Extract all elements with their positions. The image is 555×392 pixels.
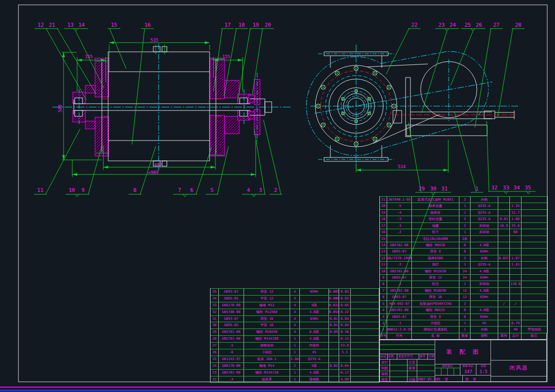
balloon-7: 7 [173,187,186,193]
bom-cell [351,316,379,322]
bom-cell [498,197,510,203]
dim-height: 580 [58,105,63,112]
bom-cell: 链条 20A-1 [244,356,290,362]
bom-cell: 4 [290,302,300,309]
bom-cell [351,296,379,302]
bom-cell [522,294,547,300]
bom-cell: 4.8级 [300,370,329,376]
bom-cell: 端盖 [412,223,459,229]
bom-header-total-weight: 总计量 [510,333,522,339]
dim-length-top: 535 [150,38,158,43]
tb-info-weight-label: 重量(Kg) [460,364,476,368]
bom-cell [522,216,547,222]
bom-row: 22.4链条罩1薄钢板4.89 [211,376,379,383]
bom-cell: 40 [510,327,522,332]
bom-cell: 0.22 [339,309,351,315]
bom-header-material: 材料 [471,333,498,339]
bom-row: 6GB93-87弹垫 101265Mn [380,294,547,300]
bom-cell: 平垫 12 [244,296,290,302]
bom-cell: 8 [459,307,471,313]
bom-cell [351,329,379,335]
bom-cell: 4 [290,289,300,295]
bom-cell [522,281,547,287]
bom-cell [329,343,339,349]
bom-cell: 110.8 [510,281,522,287]
bom-cell: 22 [211,376,219,383]
bom-cell: 1.41 [510,262,522,267]
bom-row: 27.5调整底座1焊接件53.8 [211,342,379,349]
bom-header-name: 名 称 [412,333,459,339]
bom-cell [300,322,329,329]
bom-cell [522,236,547,242]
bom-cell: GB93-87 [219,316,244,322]
bom-cell [522,229,547,235]
balloon-2: 2 [269,187,282,193]
bom-cell: BWD12-3.0-55 [387,327,412,332]
bom-cell [498,210,510,216]
bom-cell [329,376,339,383]
bom-cell: GB5781-00 [387,288,412,294]
bom-cell [351,322,379,329]
bom-cell: -2 [387,262,412,267]
bom-cell: 弹垫 12 [412,275,459,281]
bom-cell: Q235-A [471,262,498,267]
tb-product-name: 闭风器 [490,364,547,372]
bom-cell: 直通式压注油杯 M10X1 [412,197,459,203]
bom-cell [510,236,522,242]
bom-cell: GB95-85 [219,322,244,329]
bom-cell: 螺栓 M14X130 [244,370,290,376]
dim-offset-right: 155 [222,54,230,59]
bom-row: 9GB93-87弹垫 122465Mn [380,274,547,281]
tb-rev-date: 日期 [428,354,434,359]
bom-cell: 0.04 [339,316,351,322]
bom-cell: 焊接件 [300,343,329,349]
balloon-27: 27 [490,22,503,28]
bom-cell: .3 [387,223,412,229]
bom-cell: -5 [387,203,412,209]
bom-cell: 28 [211,336,219,342]
bom-cell [522,203,547,209]
bom-cell [522,242,547,248]
bom-cell [510,288,522,294]
bom-cell: 0.02 [339,289,351,295]
bom-cell: GB5781-00 [387,242,412,248]
bom-cell [522,320,547,326]
bom-row: 2-1大链轮1456.79 [380,320,547,326]
bom-row: 5HG4-692-67骨架油封PD50X72X82∕∕ [380,300,547,307]
bom-cell [351,289,379,295]
bom-cell: 32 [211,309,219,315]
bom-cell: 12.7 [510,210,522,216]
bom-cell: -6 [219,349,244,356]
bom-cell: 11 [380,262,387,267]
bom-cell: GB6170-00 [219,302,244,309]
bom-cell: 1 [380,327,387,332]
bom-cell: 螺栓 M8X25 [412,307,459,313]
bom-cell: 1.67 [510,255,522,261]
bom-cell: 12 [380,255,387,261]
bom-cell: 4.8级 [300,336,329,342]
bom-cell [510,268,522,274]
bom-cell: 1.35 [510,203,522,209]
bom-cell [498,281,510,287]
bom-cell: 1 [290,343,300,349]
bom-cell: 7 [380,288,387,294]
bom-cell: 23 [211,370,219,376]
bom-cell: 6.79 [510,320,522,326]
bom-cell: .2 [387,229,412,235]
bom-cell [329,370,339,376]
balloon-28: 28 [512,22,524,28]
bom-cell: 65Mn [471,275,498,281]
bom-cell: 5级 [300,363,329,369]
tb-info-mark-label: 图样标记 [435,364,460,368]
bom-row: 21JB7940.1-95直通式压注油杯 M10X12外购 [380,196,547,203]
tb-rev-sign: 签字 [420,354,425,359]
bom-cell: 轴承座 [412,210,459,216]
bom-cell: 2 [459,197,471,203]
bom-cell: 螺栓 M12X60 [244,309,290,315]
bom-cell: 1 [459,262,471,267]
bom-cell: 1 [459,229,471,235]
bom-cell: GB93-87 [387,275,412,281]
bom-cell [351,349,379,356]
bom-cell: 8 [459,314,471,320]
bom-cell: 0.05 [339,302,351,309]
